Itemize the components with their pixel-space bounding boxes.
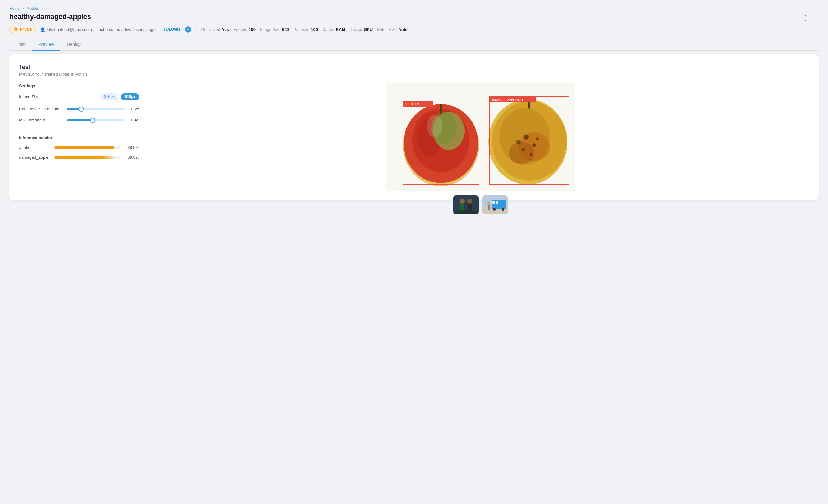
svg-point-20 [522,148,525,152]
breadcrumb-home[interactable]: Home [9,6,19,11]
svg-point-17 [509,142,534,164]
inference-apple-name: apple [19,145,51,150]
iou-slider[interactable] [67,119,124,121]
svg-point-19 [532,143,536,147]
breadcrumb: Home > Models > [9,6,819,11]
inference-apple: apple 89.9% [19,145,139,150]
iou-label: IoU Threshold [19,118,63,122]
image-size-setting: Image Size 320px 640px [19,93,139,100]
image-size-options: 320px 640px [100,93,139,100]
thumbnail-street[interactable] [482,196,508,214]
iou-fill [67,119,93,121]
apple-scene-svg: APPLE 0.90 [385,83,575,191]
person-icon: 👤 [40,27,45,32]
svg-rect-8 [440,104,442,114]
inference-damaged-value: 89.6% [125,155,139,160]
confidence-thumb[interactable] [79,107,84,112]
svg-point-18 [524,135,529,140]
tab-deploy[interactable]: Deploy [60,39,87,51]
meta-bar: 🔥 Private 👤 lakshanthad@gmail.com Last u… [9,26,819,33]
cache: Cache RAM [322,27,345,32]
svg-text:DAMAGED_APPLE 0.90: DAMAGED_APPLE 0.90 [491,98,523,101]
inference-apple-fill [54,146,115,149]
tab-bar: Train Preview Deploy [9,39,819,51]
inference-damaged-name: damaged_apple [19,155,51,160]
confidence-slider-container: 0.25 [67,107,139,111]
patience: Patience 100 [293,27,318,32]
inference-damaged-bar-bg [54,156,121,159]
svg-text:APPLE 0.90: APPLE 0.90 [405,102,420,106]
confidence-label: Confidence Threshold [19,107,63,111]
svg-point-42 [487,202,490,205]
breadcrumb-models[interactable]: Models [27,6,39,11]
iou-value: 0.45 [128,118,139,122]
confidence-value: 0.25 [128,107,139,111]
svg-point-21 [530,153,532,156]
settings-label: Settings [19,83,139,88]
svg-rect-32 [468,204,471,211]
model-type: YOLOv8s ✏ [160,26,191,33]
batch-size: Batch Size Auto [377,27,408,32]
svg-point-22 [516,140,521,144]
svg-rect-30 [460,204,464,211]
tab-train[interactable]: Train [9,39,32,51]
card-subtitle: Preview Your Trained Model in Action [19,72,809,77]
svg-point-9 [427,115,443,137]
svg-rect-43 [488,205,490,210]
last-updated: Last updated a few seconds ago [96,27,156,32]
content-area: Settings Image Size 320px 640px Confiden… [19,83,809,191]
image-size-meta: Image Size 640 [260,27,289,32]
image-area: APPLE 0.90 [385,83,575,191]
svg-rect-39 [496,201,498,204]
svg-point-29 [460,199,465,204]
confidence-setting: Confidence Threshold 0.25 [19,107,139,111]
thumbnails [385,196,575,214]
inference-damaged-apple: damaged_apple 89.6% [19,155,139,160]
svg-point-31 [467,199,472,204]
size-320-button[interactable]: 320px [100,93,118,100]
test-card: Test Preview Your Trained Model in Actio… [9,54,819,201]
inference-apple-bar-bg [54,146,121,149]
confidence-slider[interactable] [67,108,124,110]
image-size-label: Image Size [19,94,63,99]
inference-apple-value: 89.9% [125,145,139,150]
left-panel: Settings Image Size 320px 640px Confiden… [19,83,139,191]
iou-thumb[interactable] [90,118,95,123]
iou-slider-container: 0.45 [67,118,139,122]
fire-icon: 🔥 [13,27,18,32]
more-options-button[interactable]: ⋮ [802,14,809,22]
svg-point-23 [536,137,539,140]
divider [19,129,139,129]
inference-label: Inference results [19,135,139,140]
device: Device GPU [349,27,373,32]
svg-rect-38 [492,201,495,204]
privacy-badge: 🔥 Private [9,26,36,33]
iou-setting: IoU Threshold 0.45 [19,118,139,122]
right-panel: APPLE 0.90 [152,83,809,191]
epochs: Epochs 100 [234,27,255,32]
card-title: Test [19,64,809,71]
inference-damaged-fill [54,156,114,159]
svg-point-40 [493,208,496,211]
size-640-button[interactable]: 640px [121,93,139,100]
user-info: 👤 lakshanthad@gmail.com [40,27,92,32]
pretrained: Pretrained Yes [202,27,229,32]
tab-preview[interactable]: Preview [32,39,60,51]
edit-icon[interactable]: ✏ [185,26,191,33]
page-title: healthy-damaged-apples [9,13,819,21]
thumbnail-sports[interactable] [453,196,479,214]
svg-point-41 [502,208,504,211]
